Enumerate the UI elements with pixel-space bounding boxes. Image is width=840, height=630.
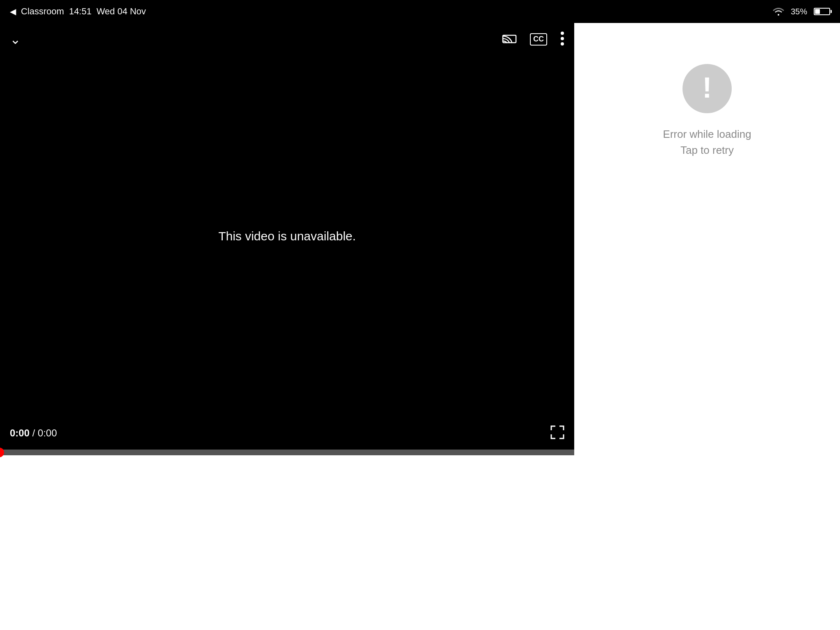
video-unavailable-text: This video is unavailable. [218, 229, 356, 243]
time-separator: / [32, 427, 38, 438]
right-panel[interactable]: ! Error while loading Tap to retry [574, 23, 840, 630]
error-icon-circle: ! [682, 64, 732, 113]
status-bar-left: ◀ Classroom 14:51 Wed 04 Nov [10, 6, 146, 17]
exclamation-icon: ! [702, 73, 712, 102]
cast-button[interactable] [502, 33, 517, 46]
bottom-content-area [0, 455, 574, 630]
video-top-left: ⌄ [10, 33, 21, 46]
closed-captions-label: CC [530, 33, 547, 46]
time-display: 0:00 / 0:00 [10, 427, 57, 439]
fullscreen-button[interactable] [550, 425, 564, 441]
app-name: Classroom [21, 6, 64, 17]
status-bar: ◀ Classroom 14:51 Wed 04 Nov 35% [0, 0, 840, 23]
battery-percent: 35% [791, 7, 807, 16]
video-top-controls: ⌄ CC [0, 23, 574, 56]
back-arrow-icon[interactable]: ◀ [10, 7, 16, 16]
error-line1: Error while loading [663, 126, 751, 142]
fullscreen-icon [550, 425, 564, 439]
video-top-right: CC [502, 31, 564, 48]
svg-point-1 [561, 32, 564, 35]
status-bar-right: 35% [773, 7, 830, 16]
svg-point-3 [561, 42, 564, 46]
status-time: 14:51 [69, 6, 91, 17]
svg-point-2 [561, 37, 564, 40]
time-current: 0:00 [10, 427, 30, 438]
battery-icon [814, 8, 830, 15]
video-unavailable-overlay: This video is unavailable. [0, 23, 574, 450]
more-icon [560, 31, 564, 46]
status-date: Wed 04 Nov [96, 6, 146, 17]
wifi-icon [773, 7, 784, 16]
cc-button[interactable]: CC [530, 33, 547, 46]
time-total: 0:00 [38, 427, 57, 438]
video-bottom-controls: 0:00 / 0:00 [0, 417, 574, 450]
cast-icon [502, 33, 517, 44]
error-line2: Tap to retry [663, 142, 751, 158]
progress-bar[interactable] [0, 450, 574, 455]
more-options-button[interactable] [560, 31, 564, 48]
chevron-down-icon[interactable]: ⌄ [10, 33, 21, 46]
error-message: Error while loading Tap to retry [663, 126, 751, 158]
